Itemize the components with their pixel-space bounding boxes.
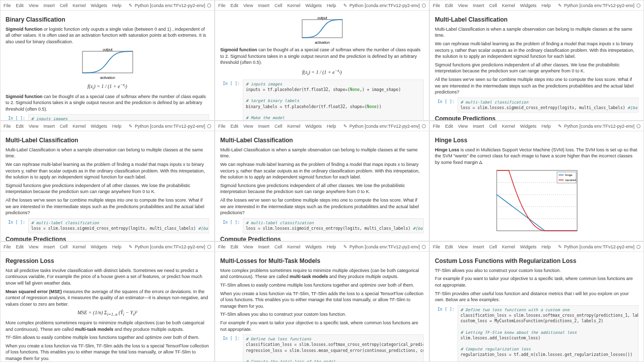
menu-file[interactable]: File [218, 124, 226, 129]
menu-insert[interactable]: Insert [258, 3, 269, 8]
menu-file[interactable]: File [433, 3, 440, 8]
menu-file[interactable]: File [4, 244, 11, 249]
menu-file[interactable]: File [218, 244, 226, 249]
menu-insert[interactable]: Insert [473, 244, 484, 249]
edit-mode-icon: ✎ [129, 124, 133, 129]
kernel-name[interactable]: Python [conda env:TFv12-py2-env] [564, 3, 634, 8]
menu-kernel[interactable]: Kernel [502, 124, 515, 129]
notebook-panel: FileEditViewInsertCellKernelWidgetsHelp✎… [215, 0, 429, 121]
menu-widgets[interactable]: Widgets [305, 244, 322, 249]
kernel-name[interactable]: Python [conda env:TFv12-py2-env] [135, 244, 205, 249]
menu-edit[interactable]: Edit [445, 3, 453, 8]
menu-kernel[interactable]: Kernel [72, 124, 85, 129]
code-cell[interactable]: In [ ]:# Define two loss functions class… [220, 334, 424, 362]
menu-widgets[interactable]: Widgets [520, 3, 536, 8]
paragraph: Sigmoid functions give predictions indep… [6, 183, 209, 195]
notebook-panel: FileEditViewInsertCellKernelWidgetsHelp✎… [0, 241, 215, 362]
menu-widgets[interactable]: Widgets [305, 3, 322, 8]
menu-kernel[interactable]: Kernel [287, 3, 300, 8]
menu-insert[interactable]: Insert [43, 244, 55, 249]
menu-help[interactable]: Help [541, 244, 551, 249]
kernel-name[interactable]: Python [conda env:TFv12-py2-env] [349, 124, 420, 129]
code-cell[interactable]: In [ ]:# Define two loss functions with … [435, 305, 638, 362]
menu-cell[interactable]: Cell [489, 3, 497, 8]
menu-kernel[interactable]: Kernel [502, 244, 515, 249]
menu-view[interactable]: View [243, 3, 253, 8]
code-cell[interactable]: In [ ]:# multi-label classification loss… [220, 218, 424, 233]
menu-file[interactable]: File [4, 124, 11, 129]
menu-edit[interactable]: Edit [16, 3, 24, 8]
menu-help[interactable]: Help [112, 244, 122, 249]
menu-view[interactable]: View [243, 124, 253, 129]
code-input[interactable]: # Define two loss functions classificati… [243, 334, 424, 362]
code-input[interactable]: # multi-label classification loss = slim… [243, 218, 424, 233]
code-input[interactable]: # multi-label classification loss = slim… [457, 98, 638, 113]
menu-edit[interactable]: Edit [231, 3, 239, 8]
menu-file[interactable]: File [218, 3, 226, 8]
menu-widgets[interactable]: Widgets [90, 124, 107, 129]
code-input[interactable]: # multi-label classification loss = slim… [28, 218, 209, 233]
kernel-name[interactable]: Python [conda env:TFv12-py2-env] [564, 244, 634, 249]
menu-insert[interactable]: Insert [258, 124, 269, 129]
code-cell[interactable]: In [ ]:# inputs images inputs = tf.place… [6, 114, 209, 121]
kernel-name[interactable]: Python [conda env:TFv12-py2-env] [135, 124, 205, 129]
menu-widgets[interactable]: Widgets [90, 3, 107, 8]
menu-insert[interactable]: Insert [258, 244, 269, 249]
menu-help[interactable]: Help [112, 3, 122, 8]
menu-edit[interactable]: Edit [445, 124, 453, 129]
menu-help[interactable]: Help [327, 244, 336, 249]
menu-cell[interactable]: Cell [489, 124, 497, 129]
menu-insert[interactable]: Insert [473, 3, 484, 8]
menu-edit[interactable]: Edit [16, 244, 24, 249]
menu-edit[interactable]: Edit [231, 244, 239, 249]
menu-file[interactable]: File [4, 3, 11, 8]
kernel-name[interactable]: Python [conda env:TFv12-py2-env] [349, 3, 420, 8]
menu-help[interactable]: Help [541, 3, 551, 8]
code-cell[interactable]: In [ ]:# inputs images inputs = tf.place… [220, 79, 424, 121]
menu-kernel[interactable]: Kernel [287, 244, 300, 249]
menu-help[interactable]: Help [327, 3, 336, 8]
menu-edit[interactable]: Edit [231, 124, 239, 129]
menu-widgets[interactable]: Widgets [520, 244, 536, 249]
menu-widgets[interactable]: Widgets [90, 244, 107, 249]
kernel-name[interactable]: Python [conda env:TFv12-py2-env] [135, 3, 205, 8]
menu-kernel[interactable]: Kernel [72, 244, 85, 249]
menu-view[interactable]: View [243, 244, 253, 249]
menu-insert[interactable]: Insert [473, 124, 484, 129]
kernel-name[interactable]: Python [conda env:TFv12-py2-env] [349, 244, 420, 249]
code-input[interactable]: # inputs images inputs = tf.placeholder(… [28, 114, 209, 121]
menu-insert[interactable]: Insert [43, 124, 55, 129]
menu-view[interactable]: View [29, 244, 38, 249]
menu-cell[interactable]: Cell [274, 244, 283, 249]
code-input[interactable]: # Define two loss functions with a custo… [457, 305, 638, 362]
kernel-name[interactable]: Python [conda env:TFv12-py2-env] [564, 124, 634, 129]
menu-kernel[interactable]: Kernel [502, 3, 515, 8]
menu-cell[interactable]: Cell [60, 3, 68, 8]
menu-view[interactable]: View [458, 3, 468, 8]
menu-cell[interactable]: Cell [60, 244, 68, 249]
menu-help[interactable]: Help [112, 124, 122, 129]
menu-view[interactable]: View [29, 124, 38, 129]
menu-cell[interactable]: Cell [60, 124, 68, 129]
menu-help[interactable]: Help [541, 124, 551, 129]
paragraph: Multi-Label Classification is when a sam… [435, 26, 638, 39]
menu-kernel[interactable]: Kernel [72, 3, 85, 8]
menu-view[interactable]: View [458, 244, 468, 249]
menu-widgets[interactable]: Widgets [520, 124, 536, 129]
menu-file[interactable]: File [433, 124, 440, 129]
menu-edit[interactable]: Edit [445, 244, 453, 249]
menu-edit[interactable]: Edit [16, 124, 24, 129]
menu-cell[interactable]: Cell [489, 244, 497, 249]
menu-view[interactable]: View [458, 124, 468, 129]
menu-view[interactable]: View [29, 3, 38, 8]
menu-help[interactable]: Help [327, 124, 336, 129]
menu-kernel[interactable]: Kernel [287, 124, 300, 129]
menu-file[interactable]: File [433, 244, 440, 249]
menu-cell[interactable]: Cell [274, 124, 283, 129]
code-cell[interactable]: In [ ]:# multi-label classification loss… [435, 98, 638, 113]
menu-insert[interactable]: Insert [43, 3, 55, 8]
menu-widgets[interactable]: Widgets [305, 124, 322, 129]
code-input[interactable]: # inputs images inputs = tf.placeholder(… [243, 79, 424, 121]
menu-cell[interactable]: Cell [274, 3, 283, 8]
code-cell[interactable]: In [ ]:# multi-label classification loss… [6, 218, 209, 233]
